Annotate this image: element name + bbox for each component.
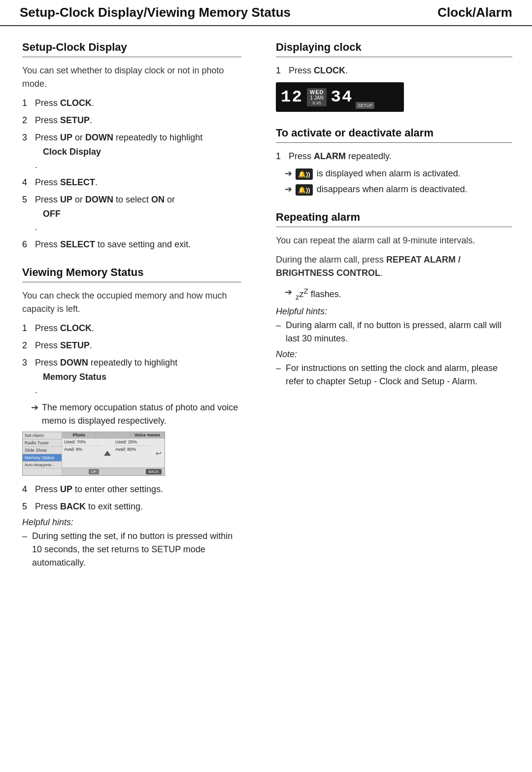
alarm-active-icon: 🔔)) [296,168,313,180]
mem-sidebar-autodisappear: Auto-disappear... [23,462,62,469]
mem-step-content-2: Press SETUP. [35,339,241,352]
mem-step-num-5: 5 [22,500,35,513]
mem-header-photo: Photo [62,432,96,438]
zzz-arrow-text: zzZ flashes. [296,286,512,302]
mem-voice-col: Used: 20% Avail: 80% [113,438,153,468]
step-5: 5 Press UP or DOWN to select ON orOFF. [22,193,241,234]
viewing-memory-steps-after: 4 Press UP to enter other settings. 5 Pr… [22,483,241,513]
displaying-clock-section: Displaying clock 1 Press CLOCK. 12 WED 1… [276,41,512,112]
mem-sidebar: Set Alarm Radio Tuner Slide Show Memory … [23,432,62,475]
step-num-1: 1 [22,97,35,110]
mem-step-content-4: Press UP to enter other settings. [35,483,241,496]
mem-sidebar-radiotuner: Radio Tuner [23,439,62,447]
memory-arrow-text: The memory occupation status of photo an… [42,401,241,428]
clock-date-label: 1 JAN [310,95,324,101]
main-content: Setup-Clock Display You can set whether … [0,41,532,604]
alarm-arrow-1: ➔ 🔔)) is displayed when alarm is activat… [285,167,512,180]
step-1: 1 Press CLOCK. [22,97,241,110]
step-num-2: 2 [22,114,35,127]
mem-step-content-3: Press DOWN repeatedly to highlightMemory… [35,356,241,397]
mem-step-num-2: 2 [22,339,35,352]
step-content-6: Press SELECT to save setting and exit. [35,238,241,251]
mem-step-num-1: 1 [22,322,35,335]
mem-photo-used: Used: 70% [62,438,101,446]
mem-step-3: 3 Press DOWN repeatedly to highlightMemo… [22,356,241,397]
repeating-alarm-during: During the alarm call, press REPEAT ALAR… [276,253,512,280]
viewing-memory-intro: You can check the occupied memory and ho… [22,289,241,316]
mem-data-rows: Used: 70% Avail: 8% Used: 20% Avail: 80% [62,438,165,468]
left-helpful-label: Helpful hints: [22,517,241,528]
step-content-5: Press UP or DOWN to select ON orOFF. [35,193,241,234]
step-content-4: Press SELECT. [35,176,241,189]
alarm-step-1: 1 Press ALARM repeatedly. [276,150,512,163]
setup-clock-display-section: Setup-Clock Display You can set whether … [22,41,241,251]
right-helpful-text: During alarm call, if no button is press… [286,319,512,345]
mem-step-content-1: Press CLOCK. [35,322,241,335]
step-6: 6 Press SELECT to save setting and exit. [22,238,241,251]
mem-up-label[interactable]: UP [89,469,99,474]
alarm-inactive-icon: 🔔)) [296,184,313,196]
page-title: Setup-Clock Display/Viewing Memory Statu… [20,5,291,20]
clock-setup-btn[interactable]: SETUP [356,102,374,109]
disp-step-content-1: Press CLOCK. [289,64,512,77]
viewing-memory-status-section: Viewing Memory Status You can check the … [22,266,241,570]
setup-clock-display-heading: Setup-Clock Display [22,41,241,57]
repeating-alarm-heading: Repeating alarm [276,211,512,227]
mem-step-content-5: Press BACK to exit setting. [35,500,241,513]
mem-top-row: Photo Voice memo [62,432,165,438]
step-content-2: Press SETUP. [35,114,241,127]
mem-controls: UP BACK [62,468,165,475]
mem-step-num-3: 3 [22,356,35,369]
clock-digit-right: 34 [331,89,353,105]
zzz-arrow-sym: ➔ [285,286,296,299]
clock-time-label: 8:45 [312,101,321,105]
mem-header-voicememo: Voice memo [131,432,165,438]
right-dash-sym-2: – [276,362,286,375]
mem-step-1: 1 Press CLOCK. [22,322,241,335]
step-subitem-mem-3: Memory Status [43,370,241,384]
mem-voice-used: Used: 20% [113,438,153,446]
mem-back-btn[interactable]: ↩ [153,438,165,468]
step-content-1: Press CLOCK. [35,97,241,110]
viewing-memory-steps: 1 Press CLOCK. 2 Press SETUP. 3 Press DO… [22,322,241,397]
activate-alarm-section: To activate or deactivate alarm 1 Press … [276,127,512,196]
activate-alarm-steps: 1 Press ALARM repeatedly. [276,150,512,163]
repeating-alarm-section: Repeating alarm You can repeat the alarm… [276,211,512,388]
mem-step-num-4: 4 [22,483,35,496]
mem-step-4: 4 Press UP to enter other settings. [22,483,241,496]
step-2: 2 Press SETUP. [22,114,241,127]
left-helpful-text: During setting the set, if no button is … [32,530,241,570]
page-header: Setup-Clock Display/Viewing Memory Statu… [0,0,532,26]
clock-wed-label: WED [310,89,324,95]
setup-clock-intro: You can set whether to display clock or … [22,64,241,91]
mem-voice-avail: Avail: 80% [113,446,153,453]
step-3: 3 Press UP or DOWN repeatedly to highlig… [22,131,241,172]
mem-step-2: 2 Press SETUP. [22,339,241,352]
right-note-label: Note: [276,349,512,360]
setup-clock-steps: 1 Press CLOCK. 2 Press SETUP. 3 Press UP… [22,97,241,251]
mem-back-label[interactable]: BACK [146,469,162,474]
mem-arrow-btn[interactable] [101,438,113,468]
right-helpful-label: Helpful hints: [276,306,512,317]
step-content-3: Press UP or DOWN repeatedly to highlight… [35,131,241,172]
mem-step-5: 5 Press BACK to exit setting. [22,500,241,513]
right-note-dash: – For instructions on setting the clock … [276,362,512,388]
clock-display-image: 12 WED 1 JAN 8:45 34 SETUP [276,82,404,112]
viewing-memory-heading: Viewing Memory Status [22,266,241,282]
left-helpful-dash: – During setting the set, if no button i… [22,530,241,570]
right-dash-sym-1: – [276,319,286,332]
zzz-arrow: ➔ zzZ flashes. [285,286,512,302]
mem-sidebar-slideshow: Slide Show [23,447,62,454]
disp-step-num-1: 1 [276,64,289,77]
step-num-3: 3 [22,131,35,144]
arrow-symbol-1: ➔ [31,401,42,414]
zzz-flashes-text: flashes. [311,289,341,299]
step-subitem-5: OFF [43,207,241,221]
alarm-step-content-1: Press ALARM repeatedly. [289,150,512,163]
mem-photo-col: Used: 70% Avail: 8% [62,438,101,468]
clock-digit-left: 12 [281,89,303,105]
displaying-clock-heading: Displaying clock [276,41,512,57]
right-column: Displaying clock 1 Press CLOCK. 12 WED 1… [261,41,532,584]
alarm-arrow-2: ➔ 🔔)) disappears when alarm is deactivat… [285,183,512,196]
step-num-4: 4 [22,176,35,189]
